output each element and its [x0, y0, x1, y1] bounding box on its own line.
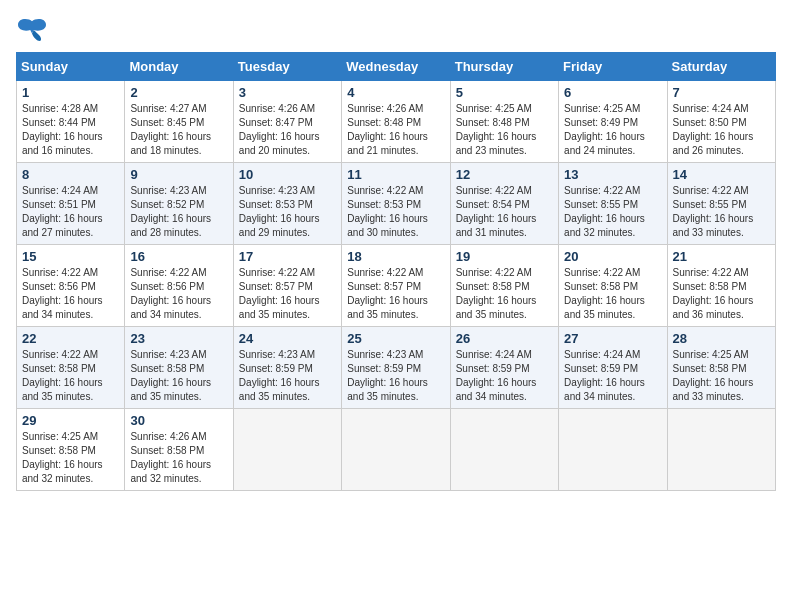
day-number: 1 — [22, 85, 119, 100]
day-info: Sunrise: 4:22 AMSunset: 8:56 PMDaylight:… — [22, 266, 119, 322]
calendar-cell: 30Sunrise: 4:26 AMSunset: 8:58 PMDayligh… — [125, 409, 233, 491]
weekday-header-monday: Monday — [125, 53, 233, 81]
weekday-header-thursday: Thursday — [450, 53, 558, 81]
calendar-cell: 14Sunrise: 4:22 AMSunset: 8:55 PMDayligh… — [667, 163, 775, 245]
day-number: 13 — [564, 167, 661, 182]
calendar-cell — [233, 409, 341, 491]
calendar-cell: 16Sunrise: 4:22 AMSunset: 8:56 PMDayligh… — [125, 245, 233, 327]
day-info: Sunrise: 4:26 AMSunset: 8:48 PMDaylight:… — [347, 102, 444, 158]
day-info: Sunrise: 4:23 AMSunset: 8:58 PMDaylight:… — [130, 348, 227, 404]
day-number: 17 — [239, 249, 336, 264]
weekday-header-tuesday: Tuesday — [233, 53, 341, 81]
calendar-cell: 25Sunrise: 4:23 AMSunset: 8:59 PMDayligh… — [342, 327, 450, 409]
calendar-cell: 27Sunrise: 4:24 AMSunset: 8:59 PMDayligh… — [559, 327, 667, 409]
day-info: Sunrise: 4:26 AMSunset: 8:47 PMDaylight:… — [239, 102, 336, 158]
weekday-header-saturday: Saturday — [667, 53, 775, 81]
day-number: 18 — [347, 249, 444, 264]
calendar-cell: 3Sunrise: 4:26 AMSunset: 8:47 PMDaylight… — [233, 81, 341, 163]
calendar-cell: 4Sunrise: 4:26 AMSunset: 8:48 PMDaylight… — [342, 81, 450, 163]
day-info: Sunrise: 4:22 AMSunset: 8:58 PMDaylight:… — [673, 266, 770, 322]
day-info: Sunrise: 4:23 AMSunset: 8:52 PMDaylight:… — [130, 184, 227, 240]
day-info: Sunrise: 4:22 AMSunset: 8:58 PMDaylight:… — [456, 266, 553, 322]
calendar-cell: 24Sunrise: 4:23 AMSunset: 8:59 PMDayligh… — [233, 327, 341, 409]
day-info: Sunrise: 4:25 AMSunset: 8:58 PMDaylight:… — [22, 430, 119, 486]
day-info: Sunrise: 4:24 AMSunset: 8:59 PMDaylight:… — [564, 348, 661, 404]
weekday-header-wednesday: Wednesday — [342, 53, 450, 81]
day-info: Sunrise: 4:25 AMSunset: 8:58 PMDaylight:… — [673, 348, 770, 404]
day-info: Sunrise: 4:22 AMSunset: 8:57 PMDaylight:… — [347, 266, 444, 322]
day-info: Sunrise: 4:24 AMSunset: 8:50 PMDaylight:… — [673, 102, 770, 158]
day-number: 26 — [456, 331, 553, 346]
calendar-cell: 18Sunrise: 4:22 AMSunset: 8:57 PMDayligh… — [342, 245, 450, 327]
calendar-cell: 13Sunrise: 4:22 AMSunset: 8:55 PMDayligh… — [559, 163, 667, 245]
day-number: 27 — [564, 331, 661, 346]
logo-icon — [16, 16, 48, 44]
day-number: 3 — [239, 85, 336, 100]
calendar-cell: 11Sunrise: 4:22 AMSunset: 8:53 PMDayligh… — [342, 163, 450, 245]
day-info: Sunrise: 4:22 AMSunset: 8:56 PMDaylight:… — [130, 266, 227, 322]
calendar-cell: 2Sunrise: 4:27 AMSunset: 8:45 PMDaylight… — [125, 81, 233, 163]
calendar-cell: 28Sunrise: 4:25 AMSunset: 8:58 PMDayligh… — [667, 327, 775, 409]
day-number: 30 — [130, 413, 227, 428]
day-number: 5 — [456, 85, 553, 100]
calendar-cell: 21Sunrise: 4:22 AMSunset: 8:58 PMDayligh… — [667, 245, 775, 327]
calendar-cell: 5Sunrise: 4:25 AMSunset: 8:48 PMDaylight… — [450, 81, 558, 163]
day-info: Sunrise: 4:23 AMSunset: 8:59 PMDaylight:… — [347, 348, 444, 404]
calendar-cell: 12Sunrise: 4:22 AMSunset: 8:54 PMDayligh… — [450, 163, 558, 245]
calendar-cell: 23Sunrise: 4:23 AMSunset: 8:58 PMDayligh… — [125, 327, 233, 409]
calendar-cell: 10Sunrise: 4:23 AMSunset: 8:53 PMDayligh… — [233, 163, 341, 245]
day-number: 10 — [239, 167, 336, 182]
calendar-cell: 22Sunrise: 4:22 AMSunset: 8:58 PMDayligh… — [17, 327, 125, 409]
calendar-cell — [559, 409, 667, 491]
day-number: 11 — [347, 167, 444, 182]
day-info: Sunrise: 4:22 AMSunset: 8:57 PMDaylight:… — [239, 266, 336, 322]
day-info: Sunrise: 4:28 AMSunset: 8:44 PMDaylight:… — [22, 102, 119, 158]
day-number: 23 — [130, 331, 227, 346]
day-number: 15 — [22, 249, 119, 264]
day-number: 24 — [239, 331, 336, 346]
calendar-cell: 29Sunrise: 4:25 AMSunset: 8:58 PMDayligh… — [17, 409, 125, 491]
day-number: 16 — [130, 249, 227, 264]
calendar-cell: 20Sunrise: 4:22 AMSunset: 8:58 PMDayligh… — [559, 245, 667, 327]
day-info: Sunrise: 4:24 AMSunset: 8:59 PMDaylight:… — [456, 348, 553, 404]
day-info: Sunrise: 4:25 AMSunset: 8:49 PMDaylight:… — [564, 102, 661, 158]
calendar-cell: 15Sunrise: 4:22 AMSunset: 8:56 PMDayligh… — [17, 245, 125, 327]
day-info: Sunrise: 4:22 AMSunset: 8:54 PMDaylight:… — [456, 184, 553, 240]
day-number: 19 — [456, 249, 553, 264]
calendar-cell: 9Sunrise: 4:23 AMSunset: 8:52 PMDaylight… — [125, 163, 233, 245]
day-info: Sunrise: 4:27 AMSunset: 8:45 PMDaylight:… — [130, 102, 227, 158]
day-number: 28 — [673, 331, 770, 346]
day-number: 22 — [22, 331, 119, 346]
day-number: 6 — [564, 85, 661, 100]
day-number: 2 — [130, 85, 227, 100]
day-number: 7 — [673, 85, 770, 100]
day-info: Sunrise: 4:22 AMSunset: 8:55 PMDaylight:… — [564, 184, 661, 240]
day-info: Sunrise: 4:24 AMSunset: 8:51 PMDaylight:… — [22, 184, 119, 240]
calendar-cell: 17Sunrise: 4:22 AMSunset: 8:57 PMDayligh… — [233, 245, 341, 327]
day-number: 14 — [673, 167, 770, 182]
weekday-header-friday: Friday — [559, 53, 667, 81]
day-info: Sunrise: 4:23 AMSunset: 8:59 PMDaylight:… — [239, 348, 336, 404]
day-info: Sunrise: 4:22 AMSunset: 8:58 PMDaylight:… — [564, 266, 661, 322]
page-header — [16, 16, 776, 44]
day-number: 4 — [347, 85, 444, 100]
day-number: 20 — [564, 249, 661, 264]
day-info: Sunrise: 4:26 AMSunset: 8:58 PMDaylight:… — [130, 430, 227, 486]
day-info: Sunrise: 4:22 AMSunset: 8:55 PMDaylight:… — [673, 184, 770, 240]
calendar-table: SundayMondayTuesdayWednesdayThursdayFrid… — [16, 52, 776, 491]
calendar-cell: 7Sunrise: 4:24 AMSunset: 8:50 PMDaylight… — [667, 81, 775, 163]
day-number: 9 — [130, 167, 227, 182]
logo — [16, 16, 52, 44]
day-number: 21 — [673, 249, 770, 264]
calendar-cell — [450, 409, 558, 491]
day-number: 25 — [347, 331, 444, 346]
calendar-cell: 8Sunrise: 4:24 AMSunset: 8:51 PMDaylight… — [17, 163, 125, 245]
calendar-cell: 6Sunrise: 4:25 AMSunset: 8:49 PMDaylight… — [559, 81, 667, 163]
calendar-cell — [667, 409, 775, 491]
day-number: 12 — [456, 167, 553, 182]
weekday-header-sunday: Sunday — [17, 53, 125, 81]
day-info: Sunrise: 4:22 AMSunset: 8:58 PMDaylight:… — [22, 348, 119, 404]
day-number: 8 — [22, 167, 119, 182]
day-number: 29 — [22, 413, 119, 428]
day-info: Sunrise: 4:22 AMSunset: 8:53 PMDaylight:… — [347, 184, 444, 240]
